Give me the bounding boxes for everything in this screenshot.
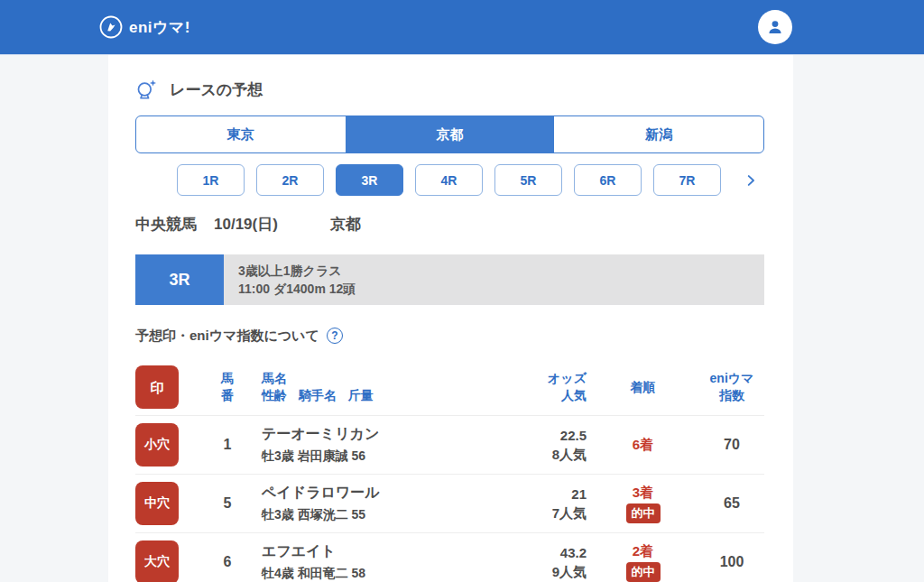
header-mark: 印 (135, 365, 193, 409)
eniuma-index: 100 (699, 554, 764, 570)
race-button-6r[interactable]: 6R (574, 164, 642, 196)
odds-value: 21 (505, 485, 587, 503)
tab-kyoto[interactable]: 京都 (346, 116, 555, 152)
horse-name: ペイドラロワール (262, 484, 505, 502)
mark-badge: 大穴 (135, 540, 179, 582)
race-button-4r[interactable]: 4R (415, 164, 483, 196)
header-result: 着順 (587, 379, 699, 396)
result-cell: 3着 的中 (587, 485, 699, 523)
horse-name: エフエイト (262, 542, 505, 560)
logo-text: eniウマ! (129, 17, 190, 38)
race-class: 3歳以上1勝クラス (238, 262, 750, 280)
race-description: 3歳以上1勝クラス 11:00 ダ1400m 12頭 (224, 254, 764, 305)
hit-badge: 的中 (626, 503, 661, 523)
result-cell: 6着 (587, 437, 699, 453)
eniuma-index: 70 (699, 437, 764, 453)
finish-position: 6着 (633, 437, 653, 453)
content-card: レースの予想 東京 京都 新潟 1R 2R 3R 4R 5R 6R 7R 中央競… (108, 54, 793, 582)
finish-position: 2着 (633, 543, 653, 559)
race-selector: 1R 2R 3R 4R 5R 6R 7R (135, 164, 764, 196)
prediction-table: 印 馬 番 馬名 性齢 騎手名 斤量 オッズ 人気 着順 eniウマ 指数 (135, 359, 764, 582)
horse-cell: テーオーミリカン 牡3歳 岩田康誠 56 (262, 425, 505, 465)
odds-value: 43.2 (505, 543, 587, 562)
horse-detail: 牡4歳 和田竜二 58 (262, 564, 505, 582)
horse-head-icon (99, 15, 123, 39)
table-header-row: 印 馬 番 馬名 性齢 騎手名 斤量 オッズ 人気 着順 eniウマ 指数 (135, 359, 764, 415)
about-label: 予想印・eniウマ指数について (135, 328, 319, 345)
race-button-3r[interactable]: 3R (336, 164, 403, 196)
horse-number: 6 (193, 554, 262, 570)
race-button-1r[interactable]: 1R (177, 164, 245, 196)
crystal-ball-icon (135, 78, 159, 101)
meta-date: 10/19(日) (214, 215, 278, 235)
account-button[interactable] (758, 10, 792, 44)
popularity: 9人気 (505, 562, 587, 581)
chevron-right-icon (743, 172, 759, 189)
mark-badge: 中穴 (135, 482, 179, 525)
app-logo[interactable]: eniウマ! (99, 15, 190, 39)
mark-badge: 小穴 (135, 423, 179, 467)
tab-tokyo[interactable]: 東京 (136, 116, 346, 152)
odds-cell: 43.2 9人気 (505, 543, 587, 581)
help-icon[interactable]: ? (327, 328, 343, 344)
horse-detail: 牡3歳 西塚洸二 55 (262, 505, 505, 523)
odds-value: 22.5 (505, 426, 587, 445)
horse-name: テーオーミリカン (262, 425, 505, 443)
horse-cell: ペイドラロワール 牡3歳 西塚洸二 55 (262, 484, 505, 523)
table-row: 大穴 6 エフエイト 牡4歳 和田竜二 58 43.2 9人気 2着 的中 10… (135, 532, 764, 582)
mark-header-badge: 印 (135, 365, 179, 409)
venue-tabs: 東京 京都 新潟 (135, 115, 764, 153)
race-button-5r[interactable]: 5R (494, 164, 562, 196)
race-button-2r[interactable]: 2R (256, 164, 324, 196)
race-details: 11:00 ダ1400m 12頭 (238, 280, 750, 298)
header-horse: 馬名 性齢 騎手名 斤量 (262, 370, 505, 404)
race-number-badge: 3R (135, 254, 224, 305)
header-number: 馬 番 (193, 370, 262, 404)
next-races-button[interactable] (743, 172, 759, 189)
page-title: レースの予想 (170, 79, 263, 100)
table-row: 小穴 1 テーオーミリカン 牡3歳 岩田康誠 56 22.5 8人気 6着 70 (135, 415, 764, 474)
race-info-banner: 3R 3歳以上1勝クラス 11:00 ダ1400m 12頭 (135, 254, 764, 305)
meta-category: 中央競馬 (135, 215, 197, 235)
horse-number: 1 (193, 437, 262, 453)
horse-detail: 牡3歳 岩田康誠 56 (262, 447, 505, 465)
header-index: eniウマ 指数 (699, 370, 764, 404)
app-header: eniウマ! (0, 0, 924, 54)
tab-niigata[interactable]: 新潟 (554, 116, 763, 152)
horse-cell: エフエイト 牡4歳 和田竜二 58 (262, 542, 505, 582)
finish-position: 3着 (633, 485, 653, 501)
result-cell: 2着 的中 (587, 543, 699, 582)
header-odds: オッズ 人気 (505, 370, 587, 404)
horse-number: 5 (193, 495, 262, 512)
meta-venue: 京都 (330, 215, 361, 235)
table-row: 中穴 5 ペイドラロワール 牡3歳 西塚洸二 55 21 7人気 3着 的中 6… (135, 474, 764, 532)
about-row: 予想印・eniウマ指数について ? (135, 327, 764, 345)
odds-cell: 21 7人気 (505, 485, 587, 522)
eniuma-index: 65 (699, 495, 764, 512)
section-title: レースの予想 (135, 78, 764, 101)
hit-badge: 的中 (626, 562, 661, 582)
popularity: 8人気 (505, 445, 587, 464)
popularity: 7人気 (505, 503, 587, 522)
race-button-7r[interactable]: 7R (653, 164, 721, 196)
person-icon (765, 17, 785, 37)
odds-cell: 22.5 8人気 (505, 426, 587, 464)
race-meta: 中央競馬 10/19(日) 京都 (135, 215, 764, 235)
